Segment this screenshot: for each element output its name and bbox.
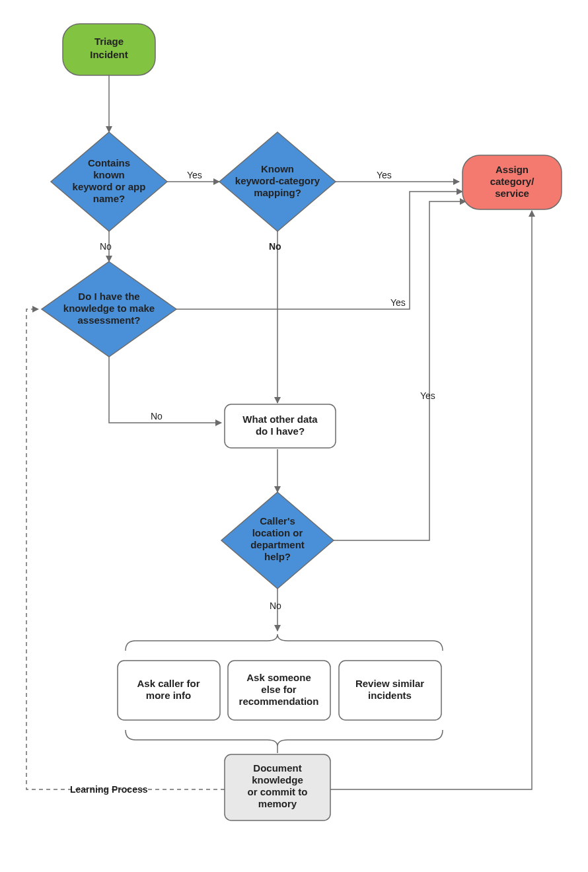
edge-label: Yes <box>377 170 392 180</box>
svg-text:keyword-category: keyword-category <box>235 175 320 186</box>
node-knowledge: Do I have the knowledge to make assessme… <box>42 262 176 357</box>
edge-label: No <box>270 600 281 611</box>
svg-text:department: department <box>250 539 305 550</box>
node-askcaller: Ask caller for more info <box>118 661 220 720</box>
node-caller: Caller's location or department help? <box>221 492 334 589</box>
edge-label: No <box>269 241 281 252</box>
svg-text:Review similar: Review similar <box>355 678 424 689</box>
svg-text:more info: more info <box>146 690 191 701</box>
svg-text:Contains: Contains <box>88 157 130 168</box>
svg-text:keyword or app: keyword or app <box>73 181 146 192</box>
edge-knowledge-otherdata <box>109 357 221 423</box>
edge-label: Yes <box>187 170 202 180</box>
svg-text:name?: name? <box>93 193 125 204</box>
node-review: Review similar incidents <box>339 661 441 720</box>
brace-top <box>126 634 443 651</box>
svg-text:Known: Known <box>261 163 294 174</box>
node-document: Document knowledge or commit to memory <box>225 754 330 820</box>
svg-text:memory: memory <box>258 798 297 809</box>
svg-text:location or: location or <box>252 527 303 538</box>
svg-text:Ask someone: Ask someone <box>246 672 311 683</box>
flowchart: Yes Yes No No Yes No Yes No Learning Pro… <box>0 0 588 872</box>
svg-text:Incident: Incident <box>90 49 128 60</box>
svg-text:Triage: Triage <box>94 36 124 47</box>
node-start: Triage Incident <box>63 24 155 75</box>
svg-text:do I have?: do I have? <box>256 425 305 437</box>
edge-label: No <box>151 411 163 421</box>
svg-text:Caller's: Caller's <box>260 515 295 527</box>
svg-text:recommendation: recommendation <box>239 696 319 707</box>
node-mapping: Known keyword-category mapping? <box>219 132 336 231</box>
svg-text:else for: else for <box>261 684 297 695</box>
svg-text:Do I have the: Do I have the <box>78 291 139 302</box>
svg-text:incidents: incidents <box>368 690 412 701</box>
node-askelse: Ask someone else for recommendation <box>228 661 330 720</box>
svg-text:service: service <box>495 188 529 199</box>
edge-label: No <box>100 241 112 252</box>
node-assign: Assign category/ service <box>462 155 562 209</box>
svg-text:mapping?: mapping? <box>254 187 301 198</box>
node-keyword: Contains known keyword or app name? <box>51 132 167 231</box>
svg-text:Ask caller for: Ask caller for <box>137 678 200 689</box>
edge-knowledge-assign <box>176 192 462 309</box>
edge-label-learning: Learning Process <box>70 784 148 795</box>
svg-text:knowledge to make: knowledge to make <box>63 303 155 314</box>
svg-text:assessment?: assessment? <box>77 314 140 326</box>
svg-text:known: known <box>93 169 125 180</box>
svg-text:What other data: What other data <box>242 414 318 425</box>
svg-text:Assign: Assign <box>496 164 529 175</box>
edge-label: Yes <box>420 390 435 401</box>
edge-label: Yes <box>390 297 406 308</box>
svg-text:category/: category/ <box>490 176 535 187</box>
svg-text:or commit to: or commit to <box>248 786 308 797</box>
node-otherdata: What other data do I have? <box>225 404 336 448</box>
svg-text:help?: help? <box>264 551 291 562</box>
svg-text:knowledge: knowledge <box>252 774 303 785</box>
edge-caller-assign <box>334 201 466 540</box>
brace-bottom <box>126 730 443 746</box>
svg-text:Document: Document <box>253 762 301 774</box>
